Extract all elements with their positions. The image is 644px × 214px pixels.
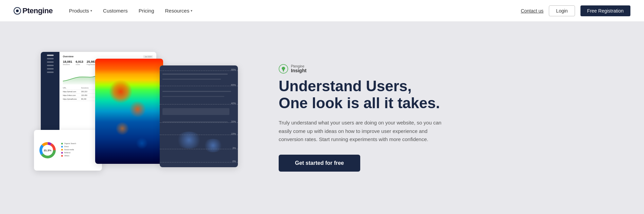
scroll-line: 40% <box>160 104 238 104</box>
hero-visual: Overview Jan 2024 18,081 Sessions 6,913 … <box>27 45 245 191</box>
sidebar-dot <box>47 61 54 63</box>
nav-products[interactable]: Products ▾ <box>69 8 92 14</box>
hero-section: Overview Jan 2024 18,081 Sessions 6,913 … <box>0 22 644 214</box>
hotspot <box>129 101 146 118</box>
legend-dot <box>61 146 63 148</box>
insight-label: Ptengine Insight <box>291 64 307 73</box>
scroll-line: 65% <box>160 86 238 86</box>
login-button[interactable]: Login <box>549 5 575 16</box>
insight-brand-text: Ptengine <box>291 64 307 68</box>
svg-text:21.3%: 21.3% <box>44 149 52 152</box>
content-line <box>162 121 228 122</box>
hero-content: Ptengine Insight Understand Users, One l… <box>265 64 617 172</box>
legend-dot <box>61 149 63 151</box>
sidebar-dot <box>47 68 54 70</box>
content-line <box>162 91 231 92</box>
dash-title: Overview <box>63 55 73 58</box>
pie-chart-card: 21.3% Organic Search Direct Social media <box>34 130 102 171</box>
logo-text: Ptengine <box>22 6 53 15</box>
sidebar-dot <box>47 72 54 73</box>
nav-customers[interactable]: Customers <box>103 8 128 14</box>
pie-chart: 21.3% <box>37 140 58 160</box>
logo[interactable]: Ptengine <box>14 6 53 15</box>
dash-date: Jan 2024 <box>143 55 153 58</box>
stat-sessions: 18,081 Sessions <box>63 60 72 65</box>
stat-pageviews: 25,983 Pageviews <box>87 60 96 65</box>
sidebar-dot <box>47 65 54 66</box>
pie-legend: Organic Search Direct Social media Refer… <box>61 142 99 158</box>
legend-dot <box>61 143 63 144</box>
legend-item: Others <box>61 155 99 157</box>
hero-headline: Understand Users, One look is all it tak… <box>279 78 617 112</box>
legend-dot <box>61 155 63 157</box>
sidebar-dot <box>47 58 54 59</box>
scroll-line: 95% <box>160 71 238 71</box>
content-line <box>162 96 224 97</box>
svg-point-1 <box>16 9 19 12</box>
legend-dot <box>61 152 63 154</box>
scroll-line: 0% <box>160 162 238 162</box>
scroll-line: 3% <box>160 149 238 149</box>
scroll-glow <box>203 139 223 152</box>
contact-link[interactable]: Contact us <box>521 8 543 14</box>
legend-item: Organic Search <box>61 142 99 144</box>
heatmap-card <box>95 59 163 164</box>
hotspot <box>116 122 129 135</box>
sidebar-dot <box>47 55 54 56</box>
register-button[interactable]: Free Registration <box>580 5 630 16</box>
navbar-actions: Contact us Login Free Registration <box>521 5 630 16</box>
insight-name-text: Insight <box>291 68 307 73</box>
hotspot <box>136 137 148 149</box>
nav-resources[interactable]: Resources ▾ <box>165 8 193 14</box>
insight-badge: Ptengine Insight <box>279 64 617 74</box>
logo-icon <box>14 7 21 15</box>
svg-rect-9 <box>283 71 284 71</box>
hotspot <box>109 80 133 103</box>
products-chevron-icon: ▾ <box>90 9 92 13</box>
nav-links: Products ▾ Customers Pricing Resources ▾ <box>69 8 521 14</box>
legend-item: Referral <box>61 152 99 154</box>
hero-subtext: Truly understand what your users are doi… <box>279 119 442 144</box>
scrollmap-visual: 95% 65% 40% 20% 15% 3% 0% <box>160 65 238 167</box>
content-line <box>162 74 228 75</box>
navbar: Ptengine Products ▾ Customers Pricing Re… <box>0 0 644 22</box>
legend-item: Direct <box>61 145 99 148</box>
nav-pricing[interactable]: Pricing <box>139 8 154 14</box>
resources-chevron-icon: ▾ <box>191 9 192 13</box>
content-block <box>162 108 229 115</box>
insight-icon <box>279 64 288 74</box>
scroll-glow <box>175 132 203 149</box>
cta-button[interactable]: Get started for free <box>279 155 360 172</box>
legend-item: Social media <box>61 149 99 151</box>
scroll-line: 20% <box>160 122 238 123</box>
stat-users: 6,913 Users <box>76 60 84 65</box>
heatmap-visual <box>95 59 163 164</box>
scrollmap-card: 95% 65% 40% 20% 15% 3% 0% <box>160 65 238 167</box>
svg-point-10 <box>283 71 284 72</box>
content-line <box>162 79 221 80</box>
